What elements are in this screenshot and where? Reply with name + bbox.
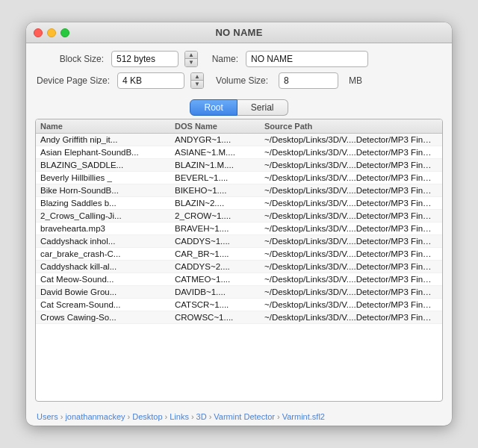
table-row[interactable]: 2_Crows_Calling-Ji... 2_CROW~1.... ~/Des…	[36, 210, 442, 223]
cell-name: Asian Elephant-SoundB...	[40, 148, 175, 157]
cell-path: ~/Desktop/Links/3D/V....Detector/MP3 Fin…	[264, 161, 438, 169]
cell-name: Beverly Hillbillies _	[40, 173, 175, 182]
file-list[interactable]: Andy Griffith nip_it... ANDYGR~1.... ~/D…	[36, 134, 442, 401]
cell-dos: BEVERL~1....	[175, 173, 264, 182]
table-row[interactable]: bravehearta.mp3 BRAVEH~1.... ~/Desktop/L…	[36, 223, 442, 235]
table-row[interactable]: Asian Elephant-SoundB... ASIANE~1.M.... …	[36, 146, 442, 159]
cell-path: ~/Desktop/Links/3D/V....Detector/MP3 Fin…	[264, 249, 438, 258]
cell-name: bravehearta.mp3	[40, 224, 175, 233]
breadcrumb-item[interactable]: Varmint Detector	[214, 412, 275, 421]
cell-dos: CAR_BR~1....	[175, 249, 264, 258]
minimize-button[interactable]	[47, 28, 56, 37]
tab-root[interactable]: Root	[190, 99, 237, 116]
block-size-stepper[interactable]: ▲ ▼	[184, 51, 198, 67]
cell-name: David Bowie Grou...	[40, 287, 175, 296]
cell-dos: ANDYGR~1....	[175, 135, 264, 144]
cell-dos: CADDYS~2....	[175, 262, 264, 271]
cell-path: ~/Desktop/Links/3D/V....Detector/MP3 Fin…	[264, 135, 438, 144]
breadcrumb-item[interactable]: jonathanmackey	[65, 412, 125, 421]
cell-path: ~/Desktop/Links/3D/V....Detector/MP3 Fin…	[264, 224, 438, 233]
maximize-button[interactable]	[60, 28, 69, 37]
table-row[interactable]: BLAZING_SADDLE... BLAZIN~1.M.... ~/Deskt…	[36, 159, 442, 172]
stepper-up[interactable]: ▲	[185, 52, 197, 59]
cell-name: Cat Meow-Sound...	[40, 275, 175, 284]
cell-dos: 2_CROW~1....	[175, 211, 264, 220]
table-row[interactable]: car_brake_crash-C... CAR_BR~1.... ~/Desk…	[36, 248, 442, 261]
traffic-lights	[34, 28, 69, 37]
breadcrumb-separator: ›	[191, 412, 194, 421]
cell-name: Caddyshack inhol...	[40, 237, 175, 246]
breadcrumb-item[interactable]: Users	[37, 412, 58, 421]
breadcrumb-item[interactable]: Varmint.sfl2	[282, 412, 325, 421]
block-size-label: Block Size:	[37, 54, 104, 64]
table-row[interactable]: Andy Griffith nip_it... ANDYGR~1.... ~/D…	[36, 134, 442, 146]
cell-path: ~/Desktop/Links/3D/V....Detector/MP3 Fin…	[264, 287, 438, 296]
cell-name: Andy Griffith nip_it...	[40, 135, 175, 144]
breadcrumb-separator: ›	[60, 412, 63, 421]
cell-path: ~/Desktop/Links/3D/V....Detector/MP3 Fin…	[264, 186, 438, 195]
cell-dos: ASIANE~1.M....	[175, 148, 264, 157]
file-list-container: Name DOS Name Source Path Andy Griffith …	[35, 119, 443, 402]
cell-dos: CADDYS~1....	[175, 237, 264, 246]
table-row[interactable]: Caddyshack kill-al... CADDYS~2.... ~/Des…	[36, 261, 442, 273]
col-header-name: Name	[40, 122, 175, 131]
table-row[interactable]: Beverly Hillbillies _ BEVERL~1.... ~/Des…	[36, 172, 442, 184]
table-row[interactable]: Blazing Saddles b... BLAZIN~2.... ~/Desk…	[36, 197, 442, 210]
breadcrumb: Users›jonathanmackey›Desktop›Links›3D›Va…	[26, 408, 452, 426]
breadcrumb-item[interactable]: Links	[170, 412, 189, 421]
col-header-dos: DOS Name	[175, 122, 264, 131]
main-window: NO NAME Block Size: ▲ ▼ Name: Device Pag…	[26, 22, 452, 426]
device-page-size-input[interactable]	[117, 72, 184, 89]
cell-path: ~/Desktop/Links/3D/V....Detector/MP3 Fin…	[264, 211, 438, 220]
cell-path: ~/Desktop/Links/3D/V....Detector/MP3 Fin…	[264, 262, 438, 271]
cell-dos: DAVIDB~1....	[175, 287, 264, 296]
cell-name: 2_Crows_Calling-Ji...	[40, 211, 175, 220]
cell-name: Caddyshack kill-al...	[40, 262, 175, 271]
close-button[interactable]	[34, 28, 43, 37]
cell-name: BLAZING_SADDLE...	[40, 161, 175, 169]
device-page-size-label: Device Page Size:	[37, 75, 110, 86]
toolbar-row-2: Device Page Size: ▲ ▼ Volume Size: MB	[37, 72, 441, 89]
cell-path: ~/Desktop/Links/3D/V....Detector/MP3 Fin…	[264, 300, 438, 309]
cell-dos: BIKEHO~1....	[175, 186, 264, 195]
name-input[interactable]	[246, 51, 368, 67]
cell-name: Bike Horn-SoundB...	[40, 186, 175, 195]
table-row[interactable]: Cat Scream-Sound... CATSCR~1.... ~/Deskt…	[36, 299, 442, 311]
cell-dos: BLAZIN~1.M....	[175, 161, 264, 169]
tabs-bar: Root Serial	[26, 95, 452, 119]
volume-size-input[interactable]	[279, 72, 338, 89]
breadcrumb-separator: ›	[165, 412, 168, 421]
table-row[interactable]: Caddyshack inhol... CADDYS~1.... ~/Deskt…	[36, 235, 442, 248]
volume-size-label: Volume Size:	[216, 75, 268, 86]
cell-path: ~/Desktop/Links/3D/V....Detector/MP3 Fin…	[264, 313, 438, 322]
name-label: Name:	[205, 54, 238, 64]
cell-name: car_brake_crash-C...	[40, 249, 175, 258]
cell-path: ~/Desktop/Links/3D/V....Detector/MP3 Fin…	[264, 148, 438, 157]
stepper-down[interactable]: ▼	[185, 59, 197, 66]
cell-dos: CROWSC~1....	[175, 313, 264, 322]
cell-dos: CATSCR~1....	[175, 300, 264, 309]
cell-name: Cat Scream-Sound...	[40, 300, 175, 309]
breadcrumb-item[interactable]: 3D	[196, 412, 207, 421]
cell-path: ~/Desktop/Links/3D/V....Detector/MP3 Fin…	[264, 199, 438, 208]
breadcrumb-item[interactable]: Desktop	[132, 412, 162, 421]
block-size-input[interactable]	[111, 51, 179, 67]
device-page-size-stepper[interactable]: ▲ ▼	[190, 72, 204, 89]
breadcrumb-separator: ›	[128, 412, 131, 421]
table-row[interactable]: Crows Cawing-So... CROWSC~1.... ~/Deskto…	[36, 311, 442, 324]
stepper-up-2[interactable]: ▲	[191, 73, 203, 81]
table-row[interactable]: David Bowie Grou... DAVIDB~1.... ~/Deskt…	[36, 286, 442, 299]
cell-name: Blazing Saddles b...	[40, 199, 175, 208]
table-row[interactable]: Bike Horn-SoundB... BIKEHO~1.... ~/Deskt…	[36, 184, 442, 197]
cell-dos: BRAVEH~1....	[175, 224, 264, 233]
window-title: NO NAME	[215, 27, 262, 38]
cell-dos: CATMEO~1....	[175, 275, 264, 284]
tab-serial[interactable]: Serial	[238, 99, 288, 116]
stepper-down-2[interactable]: ▼	[191, 81, 203, 88]
toolbar-row-1: Block Size: ▲ ▼ Name:	[37, 51, 441, 67]
cell-name: Crows Cawing-So...	[40, 313, 175, 322]
table-row[interactable]: Cat Meow-Sound... CATMEO~1.... ~/Desktop…	[36, 273, 442, 286]
cell-dos: BLAZIN~2....	[175, 199, 264, 208]
breadcrumb-separator: ›	[209, 412, 212, 421]
toolbar: Block Size: ▲ ▼ Name: Device Page Size: …	[26, 43, 452, 95]
